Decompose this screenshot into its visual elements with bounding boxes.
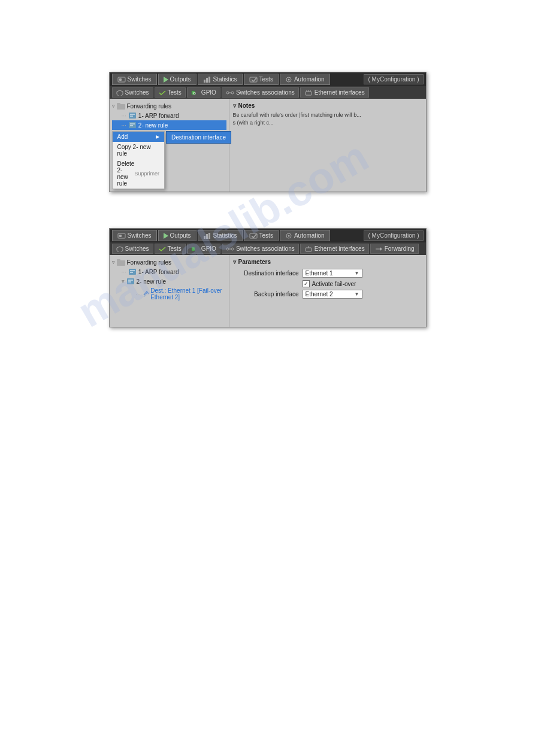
sub-nav-bar-1: Switches Tests IO GPIO Switches associat… [110, 86, 426, 99]
params-panel-2: ▿ Parameters Destination interface Ether… [229, 255, 426, 327]
tab-tests-2[interactable]: Tests [244, 230, 279, 241]
sub-tab-eth-2[interactable]: Ethernet interfaces [300, 244, 369, 254]
notes-panel-1: ▿ Notes Be carefull with rule's order |f… [229, 99, 426, 192]
outputs-icon [164, 77, 168, 83]
sub-tab-tests-1[interactable]: Tests [155, 87, 186, 98]
param-dest-value: Ethernet 1 [306, 270, 333, 277]
expand-icon-2[interactable]: ▿ [112, 259, 115, 265]
svg-rect-52 [127, 278, 134, 284]
switches-icon-2 [117, 233, 126, 239]
tab-outputs-label-2: Outputs [170, 232, 191, 239]
sub-tab-switches-2[interactable]: Switches [112, 244, 153, 254]
eth-icon-2 [304, 246, 313, 252]
tab-switches-label-2: Switches [128, 232, 152, 239]
param-backup-label: Backup interface [233, 291, 299, 297]
tab-tests-label-1: Tests [259, 76, 273, 83]
svg-rect-4 [206, 78, 208, 83]
sub-tab-assoc-1[interactable]: Switches associations [222, 87, 299, 98]
statistics-icon-2 [203, 233, 211, 239]
checkbox-failover-row: ✓ Activate fail-over [233, 280, 422, 287]
param-dest-select[interactable]: Ethernet 1 ▼ [303, 269, 362, 278]
menu-item-copy-label: Copy 2- new rule [117, 144, 159, 157]
tab-automation-2[interactable]: Automation [280, 230, 330, 241]
tab-outputs-label-1: Outputs [170, 76, 191, 83]
tree-item-arp-1[interactable]: ··· 1- ARP forward [112, 111, 226, 120]
menu-item-delete-1[interactable]: Delete 2- new rule Supprimer [113, 159, 164, 189]
tab-statistics-2[interactable]: Statistics [198, 230, 243, 241]
window-2: Switches Outputs Statistics Tests Automa… [109, 228, 427, 327]
svg-rect-22 [129, 113, 136, 119]
tab-automation-1[interactable]: Automation [280, 74, 330, 85]
context-menu-container-1: Add ▶ Copy 2- new rule Delete 2- new rul… [112, 131, 226, 189]
folder-icon-1 [117, 102, 125, 110]
tree-item-arp-2[interactable]: ··· 1- ARP forward [112, 267, 226, 277]
sub-tab-gpio-1[interactable]: IO GPIO [187, 87, 220, 98]
sub-tab-tests-label-2: Tests [168, 245, 182, 252]
svg-point-38 [288, 235, 289, 236]
svg-rect-33 [208, 233, 210, 239]
tab-automation-label-1: Automation [294, 76, 325, 83]
tab-switches-2[interactable]: Switches [112, 230, 157, 241]
sub-tab-forwarding-2[interactable]: Forwarding [370, 244, 419, 254]
svg-rect-3 [204, 80, 205, 83]
params-label-2: Parameters [238, 259, 271, 265]
svg-point-10 [288, 78, 289, 80]
menu-item-add-1[interactable]: Add ▶ [113, 132, 164, 142]
svg-rect-25 [129, 122, 136, 128]
tree-item-new-rule-label-1: 2- new rule [138, 122, 168, 129]
sub-tab-eth-1[interactable]: Ethernet interfaces [300, 87, 369, 98]
notes-text-1: Be carefull with rule's order |first mat… [233, 111, 422, 119]
submenu-label-1: Destination interface [171, 134, 226, 141]
tree-item-new-rule-1[interactable]: ··· 2- new rule [112, 120, 226, 130]
svg-rect-16 [306, 92, 312, 95]
expand-new-rule[interactable]: ▿ [122, 278, 125, 284]
tree-item-arp-label-1: 1- ARP forward [138, 113, 179, 119]
main-content-1: ▿ Forwarding rules ··· 1- ARP forward ··… [110, 99, 426, 192]
svg-rect-21 [117, 103, 120, 105]
menu-item-copy-1[interactable]: Copy 2- new rule [113, 142, 164, 159]
svg-marker-30 [164, 233, 168, 239]
sub-tab-tests-2[interactable]: Tests [155, 244, 186, 254]
checkbox-failover-label: Activate fail-over [312, 281, 356, 287]
tree-panel-2: ▿ Forwarding rules ··· 1- ARP forward ▿ … [110, 255, 229, 327]
main-content-2: ▿ Forwarding rules ··· 1- ARP forward ▿ … [110, 255, 426, 327]
dot-line-4: ··· [136, 291, 141, 297]
tab-outputs-1[interactable]: Outputs [158, 74, 197, 85]
tree-root-label-1: Forwarding rules [127, 103, 171, 110]
nav-bar-1: Switches Outputs Statistics Tests Automa… [110, 72, 426, 86]
tree-item-new-rule-2[interactable]: ▿ 2- new rule [112, 277, 226, 286]
tree-item-dest-2[interactable]: ··· Dest.: Ethernet 1 [Fail-over Etherne… [112, 286, 226, 302]
rule-icon-1 [128, 112, 137, 119]
tab-outputs-2[interactable]: Outputs [158, 230, 197, 241]
param-dest-row: Destination interface Ethernet 1 ▼ [233, 269, 422, 278]
svg-rect-29 [119, 235, 122, 237]
checkbox-failover[interactable]: ✓ [303, 280, 310, 287]
failover-icon [143, 290, 149, 297]
sub-tab-tests-label-1: Tests [168, 89, 182, 96]
tab-tests-label-2: Tests [259, 232, 273, 239]
tab-statistics-label-2: Statistics [213, 232, 237, 239]
tree-root-label-2: Forwarding rules [127, 259, 171, 266]
sub-tab-eth-label-2: Ethernet interfaces [315, 245, 365, 252]
sub-tab-assoc-2[interactable]: Switches associations [222, 244, 299, 254]
sub-tab-gpio-label-2: GPIO [201, 245, 216, 252]
assoc-icon-1 [226, 90, 234, 96]
menu-item-delete-suffix: Supprimer [134, 171, 159, 177]
param-backup-select[interactable]: Ethernet 2 ▼ [303, 290, 362, 299]
sub-tab-assoc-label-1: Switches associations [236, 89, 295, 96]
gpio-icon-1: IO [191, 90, 200, 96]
notes-label-1: Notes [238, 102, 255, 109]
shield-icon-2 [116, 246, 123, 252]
check-icon-2 [159, 246, 166, 252]
submenu-popup-1[interactable]: Destination interface [166, 131, 231, 144]
expand-icon-1[interactable]: ▿ [112, 103, 115, 109]
tab-switches-1[interactable]: Switches [112, 74, 157, 85]
sub-tab-switches-1[interactable]: Switches [112, 87, 153, 98]
tab-statistics-1[interactable]: Statistics [198, 74, 243, 85]
sub-tab-gpio-2[interactable]: GPIO [187, 244, 220, 254]
sub-nav-bar-2: Switches Tests GPIO Switches association… [110, 242, 426, 255]
tab-tests-1[interactable]: Tests [244, 74, 279, 85]
params-title-2: ▿ Parameters [233, 259, 422, 265]
sub-tab-gpio-label-1: GPIO [201, 89, 216, 96]
svg-rect-39 [192, 247, 195, 251]
